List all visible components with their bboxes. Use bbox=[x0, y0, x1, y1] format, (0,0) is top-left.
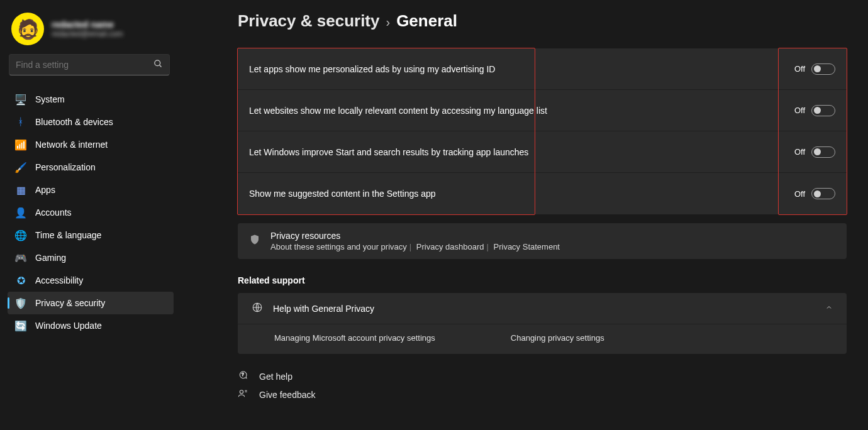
svg-line-1 bbox=[159, 65, 161, 67]
give-feedback-label: Give feedback bbox=[259, 390, 316, 400]
breadcrumb: Privacy & security › General bbox=[238, 11, 847, 31]
breadcrumb-parent[interactable]: Privacy & security bbox=[238, 11, 379, 31]
sidebar-item-accounts[interactable]: 👤Accounts bbox=[8, 201, 174, 224]
sidebar-item-windows-update[interactable]: 🔄Windows Update bbox=[8, 314, 174, 337]
svg-point-0 bbox=[155, 60, 160, 66]
resource-link[interactable]: Privacy Statement bbox=[494, 242, 560, 251]
setting-row: Let Windows improve Start and search res… bbox=[238, 131, 847, 173]
get-help-link[interactable]: ? Get help bbox=[238, 370, 847, 382]
sidebar-item-system[interactable]: 🖥️System bbox=[8, 88, 174, 111]
toggle-switch[interactable] bbox=[811, 105, 835, 116]
sidebar-item-label: Windows Update bbox=[35, 321, 102, 331]
help-sublink[interactable]: Managing Microsoft account privacy setti… bbox=[274, 333, 435, 343]
help-expander[interactable]: Help with General Privacy bbox=[238, 293, 847, 324]
menu-icon: 🛡️ bbox=[15, 297, 26, 309]
help-card: Help with General Privacy Managing Micro… bbox=[238, 293, 847, 354]
sidebar-menu: 🖥️SystemᚼBluetooth & devices📶Network & i… bbox=[4, 88, 174, 337]
setting-row: Let apps show me personalized ads by usi… bbox=[238, 48, 847, 90]
sidebar: 🧔 redacted name redacted@email.com 🖥️Sys… bbox=[0, 0, 182, 430]
menu-icon: ᚼ bbox=[15, 116, 26, 128]
menu-icon: ▦ bbox=[15, 184, 26, 196]
sidebar-item-label: Accounts bbox=[35, 207, 72, 218]
chevron-right-icon: › bbox=[386, 15, 390, 30]
sidebar-item-personalization[interactable]: 🖌️Personalization bbox=[8, 156, 174, 179]
sidebar-item-label: Accessibility bbox=[35, 275, 83, 285]
setting-label: Show me suggested content in the Setting… bbox=[249, 189, 436, 199]
menu-icon: ✪ bbox=[15, 275, 26, 286]
profile-block[interactable]: 🧔 redacted name redacted@email.com bbox=[4, 9, 174, 54]
give-feedback-link[interactable]: Give feedback bbox=[238, 389, 847, 400]
setting-label: Let apps show me personalized ads by usi… bbox=[249, 64, 495, 74]
main-panel: Privacy & security › General Let apps sh… bbox=[182, 0, 868, 430]
setting-label: Let Windows improve Start and search res… bbox=[249, 147, 528, 157]
search-icon bbox=[153, 59, 163, 70]
resources-links: About these settings and your privacy| P… bbox=[270, 242, 560, 251]
sidebar-item-accessibility[interactable]: ✪Accessibility bbox=[8, 269, 174, 292]
sidebar-item-network-internet[interactable]: 📶Network & internet bbox=[8, 133, 174, 156]
feedback-icon bbox=[238, 389, 249, 400]
sidebar-item-label: Time & language bbox=[35, 230, 101, 240]
setting-row: Show me suggested content in the Setting… bbox=[238, 173, 847, 214]
svg-text:?: ? bbox=[242, 372, 244, 377]
shield-icon bbox=[249, 233, 260, 249]
toggle-state-label: Off bbox=[794, 106, 805, 115]
search-input[interactable] bbox=[16, 60, 153, 70]
sidebar-item-label: Bluetooth & devices bbox=[35, 117, 113, 127]
toggle-switch[interactable] bbox=[811, 188, 835, 199]
sidebar-item-label: Personalization bbox=[35, 162, 96, 172]
resource-link[interactable]: Privacy dashboard bbox=[416, 242, 484, 251]
toggle-state-label: Off bbox=[794, 189, 805, 199]
toggle-state-label: Off bbox=[794, 147, 805, 157]
setting-row: Let websites show me locally relevant co… bbox=[238, 90, 847, 131]
menu-icon: 📶 bbox=[15, 139, 26, 150]
setting-label: Let websites show me locally relevant co… bbox=[249, 106, 547, 116]
sidebar-item-privacy-security[interactable]: 🛡️Privacy & security bbox=[8, 292, 174, 314]
help-sublink[interactable]: Changing privacy settings bbox=[511, 333, 604, 343]
sidebar-item-gaming[interactable]: 🎮Gaming bbox=[8, 246, 174, 269]
menu-icon: 🎮 bbox=[15, 252, 26, 263]
privacy-resources-card[interactable]: Privacy resources About these settings a… bbox=[238, 223, 847, 259]
get-help-label: Get help bbox=[259, 372, 292, 382]
toggle-section: Let apps show me personalized ads by usi… bbox=[238, 48, 847, 214]
toggle-switch[interactable] bbox=[811, 63, 835, 75]
resource-link[interactable]: About these settings and your privacy bbox=[270, 242, 407, 251]
breadcrumb-current: General bbox=[396, 11, 457, 31]
menu-icon: 🖌️ bbox=[15, 162, 26, 173]
avatar: 🧔 bbox=[11, 13, 44, 45]
help-icon: ? bbox=[238, 370, 249, 382]
sidebar-item-label: Network & internet bbox=[35, 140, 108, 150]
search-box[interactable] bbox=[9, 54, 170, 75]
sidebar-item-time-language[interactable]: 🌐Time & language bbox=[8, 224, 174, 246]
sidebar-item-apps[interactable]: ▦Apps bbox=[8, 179, 174, 201]
menu-icon: 🖥️ bbox=[15, 94, 26, 105]
sidebar-item-label: Gaming bbox=[35, 253, 66, 263]
globe-help-icon bbox=[252, 302, 263, 315]
menu-icon: 👤 bbox=[15, 207, 26, 218]
sidebar-item-bluetooth-devices[interactable]: ᚼBluetooth & devices bbox=[8, 111, 174, 133]
menu-icon: 🌐 bbox=[15, 229, 26, 241]
sidebar-item-label: Apps bbox=[35, 185, 55, 195]
sidebar-item-label: System bbox=[35, 94, 65, 104]
svg-point-4 bbox=[240, 390, 243, 394]
sidebar-item-label: Privacy & security bbox=[35, 298, 105, 308]
help-title: Help with General Privacy bbox=[273, 304, 374, 314]
menu-icon: 🔄 bbox=[15, 320, 26, 331]
chevron-up-icon bbox=[825, 304, 833, 313]
toggle-switch[interactable] bbox=[811, 146, 835, 158]
profile-name: redacted name bbox=[52, 19, 123, 30]
profile-email: redacted@email.com bbox=[52, 30, 123, 38]
related-support-heading: Related support bbox=[238, 275, 847, 285]
resources-title: Privacy resources bbox=[270, 231, 560, 241]
toggle-state-label: Off bbox=[794, 64, 805, 74]
